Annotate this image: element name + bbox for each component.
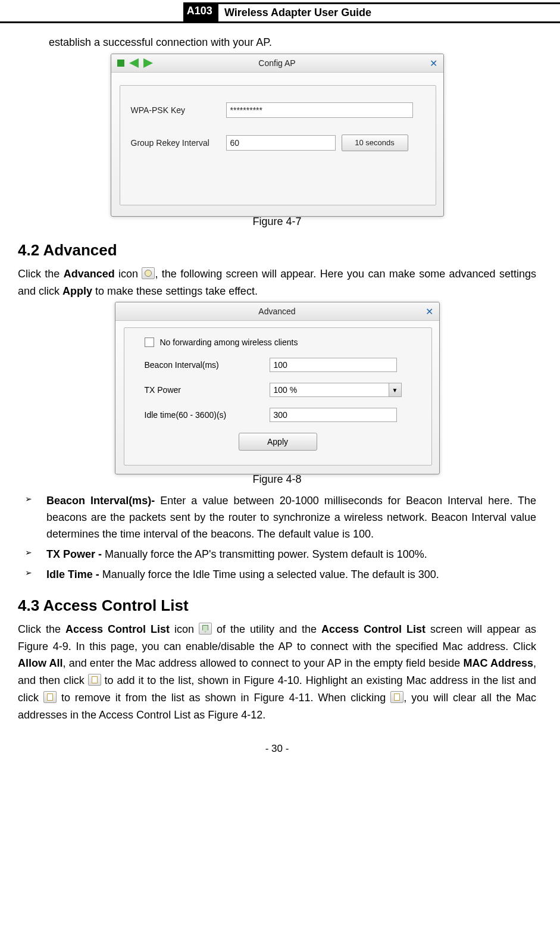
no-forwarding-checkbox[interactable] (145, 338, 154, 347)
section-4-3-heading: 4.3 Access Control List (18, 596, 536, 615)
no-forwarding-label: No forwarding among wireless clients (160, 338, 298, 347)
model-number: A103 (183, 2, 218, 23)
remove-mac-icon (43, 691, 57, 703)
tx-power-label: TX Power (145, 385, 270, 395)
close-icon[interactable]: ✕ (426, 306, 433, 317)
bullet-tx-power: TX Power - Manually force the AP's trans… (18, 546, 536, 563)
section-4-2-heading: 4.2 Advanced (18, 241, 536, 260)
config-ap-title: Config AP (258, 58, 295, 68)
wpa-psk-input[interactable]: ********** (226, 102, 413, 118)
page-header: A103 Wireless Adapter User Guide (0, 0, 560, 23)
apply-button[interactable]: Apply (239, 433, 317, 451)
wpa-psk-label: WPA-PSK Key (131, 105, 226, 115)
config-ap-window: Config AP ✕ WPA-PSK Key ********** Group… (111, 54, 444, 217)
advanced-window: Advanced ✕ No forwarding among wireless … (115, 302, 440, 474)
rekey-label: Group Rekey Interval (131, 138, 226, 148)
acl-icon (199, 623, 212, 635)
figure-4-8-caption: Figure 4-8 (18, 473, 536, 486)
doc-title: Wireless Adapter User Guide (218, 2, 560, 23)
stop-icon[interactable] (117, 60, 124, 67)
figure-4-7-caption: Figure 4-7 (18, 215, 536, 228)
rekey-unit-button[interactable]: 10 seconds (342, 135, 408, 151)
clear-mac-icon (390, 691, 403, 703)
idle-time-label: Idle time(60 - 3600)(s) (145, 410, 270, 420)
config-ap-titlebar: Config AP ✕ (111, 54, 443, 73)
close-icon[interactable]: ✕ (430, 58, 437, 69)
rekey-input[interactable]: 60 (226, 135, 336, 151)
page-number: - 30 - (18, 743, 536, 755)
advanced-title: Advanced (258, 307, 295, 316)
advanced-icon (142, 267, 155, 279)
beacon-interval-label: Beacon Interval(ms) (145, 360, 270, 370)
back-arrow-icon[interactable] (129, 58, 139, 68)
chevron-down-icon[interactable]: ▼ (389, 383, 401, 396)
advanced-titlebar: Advanced ✕ (115, 302, 439, 321)
section-4-2-para: Click the Advanced icon , the following … (18, 265, 536, 300)
idle-time-input[interactable]: 300 (270, 408, 397, 422)
section-4-3-para: Click the Access Control List icon of th… (18, 621, 536, 724)
bullet-beacon-interval: Beacon Interval(ms)- Enter a value betwe… (18, 493, 536, 543)
add-mac-icon (88, 674, 101, 686)
forward-arrow-icon[interactable] (143, 58, 153, 68)
tx-power-select[interactable]: 100 % ▼ (270, 383, 402, 397)
intro-line: establish a successful connection with y… (49, 34, 536, 51)
beacon-interval-input[interactable]: 100 (270, 358, 397, 372)
bullet-idle-time: Idle Time - Manually force the Idle Time… (18, 567, 536, 583)
advanced-bullet-list: Beacon Interval(ms)- Enter a value betwe… (18, 493, 536, 583)
